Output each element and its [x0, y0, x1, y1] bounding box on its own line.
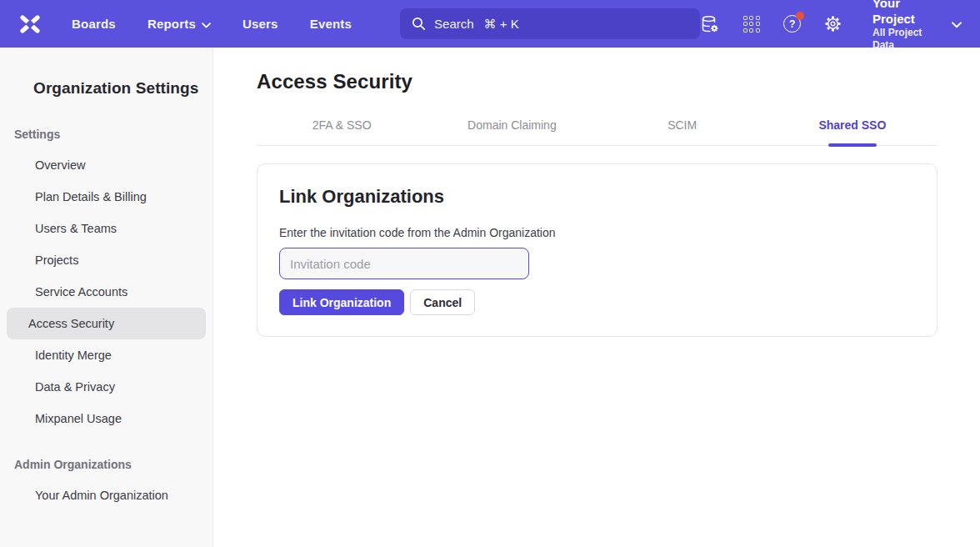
main-content: Access Security 2FA & SSO Domain Claimin…: [213, 48, 980, 547]
sidebar-item-plan-details-billing[interactable]: Plan Details & Billing: [7, 181, 206, 213]
card-actions: Link Organization Cancel: [279, 289, 915, 315]
page-title: Access Security: [257, 70, 938, 93]
apps-grid-icon[interactable]: [742, 14, 761, 34]
settings-sidebar: Organization Settings Settings Overview …: [0, 48, 213, 547]
sidebar-title: Organization Settings: [0, 79, 212, 98]
chevron-down-icon: [952, 17, 962, 32]
project-name: Your Project: [872, 0, 942, 27]
nav-label: Events: [310, 17, 352, 31]
sidebar-item-mixpanel-usage[interactable]: Mixpanel Usage: [7, 403, 206, 434]
primary-nav: Boards Reports Users Events: [72, 17, 352, 31]
sidebar-section-settings: Settings: [0, 128, 212, 141]
sidebar-section-admin-organizations: Admin Organizations: [0, 458, 212, 471]
tab-2fa-sso[interactable]: 2FA & SSO: [257, 118, 427, 145]
nav-label: Boards: [72, 17, 116, 31]
sidebar-item-your-admin-organization[interactable]: Your Admin Organization: [7, 479, 206, 511]
topbar-right-controls: ? Your Project All: [700, 0, 962, 52]
top-navigation-bar: Boards Reports Users Events Search ⌘ + K: [0, 0, 980, 48]
sidebar-item-identity-merge[interactable]: Identity Merge: [7, 339, 206, 371]
chevron-down-icon: [202, 17, 211, 31]
search-shortcut: ⌘ + K: [484, 17, 519, 32]
sidebar-item-overview[interactable]: Overview: [7, 149, 206, 181]
tab-domain-claiming[interactable]: Domain Claiming: [427, 118, 597, 145]
search-input[interactable]: Search ⌘ + K: [400, 8, 700, 39]
nav-item-boards[interactable]: Boards: [72, 17, 116, 31]
sidebar-item-users-teams[interactable]: Users & Teams: [7, 213, 206, 244]
notification-dot: [796, 12, 804, 20]
sidebar-item-access-security[interactable]: Access Security: [7, 308, 206, 339]
settings-gear-icon[interactable]: [823, 14, 842, 34]
search-icon: [412, 17, 426, 31]
nav-label: Reports: [148, 17, 196, 31]
nav-item-reports[interactable]: Reports: [148, 17, 211, 31]
nav-item-events[interactable]: Events: [310, 17, 352, 31]
nav-label: Users: [242, 17, 278, 31]
tab-scim[interactable]: SCIM: [598, 118, 768, 145]
nav-item-users[interactable]: Users: [242, 17, 278, 31]
project-switcher[interactable]: Your Project All Project Data: [872, 0, 962, 52]
sidebar-item-data-privacy[interactable]: Data & Privacy: [7, 371, 206, 403]
link-organizations-card: Link Organizations Enter the invitation …: [257, 163, 938, 337]
mixpanel-logo-icon[interactable]: [18, 13, 42, 36]
cancel-button[interactable]: Cancel: [410, 289, 475, 315]
search-placeholder: Search: [434, 17, 474, 31]
sidebar-item-service-accounts[interactable]: Service Accounts: [7, 276, 206, 308]
card-title: Link Organizations: [279, 186, 915, 208]
invitation-code-label: Enter the invitation code from the Admin…: [279, 226, 915, 239]
active-tab-indicator: [828, 143, 877, 147]
tab-bar: 2FA & SSO Domain Claiming SCIM Shared SS…: [257, 118, 938, 146]
app-window: Boards Reports Users Events Search ⌘ + K: [0, 0, 980, 547]
help-icon[interactable]: ?: [782, 14, 802, 34]
tab-shared-sso[interactable]: Shared SSO: [768, 118, 938, 145]
sidebar-item-projects[interactable]: Projects: [7, 244, 206, 276]
invitation-code-input[interactable]: [279, 248, 529, 279]
data-management-icon[interactable]: [700, 14, 720, 34]
link-organization-button[interactable]: Link Organization: [279, 289, 404, 315]
